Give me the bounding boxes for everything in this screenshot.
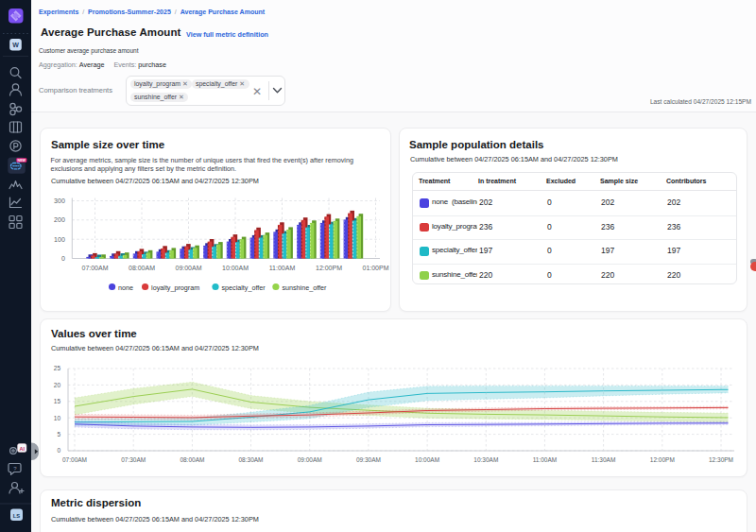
svg-text:08:00AM: 08:00AM bbox=[180, 456, 204, 463]
svg-text:200: 200 bbox=[54, 216, 65, 223]
svg-text:specialty_offer: specialty_offer bbox=[222, 283, 266, 292]
svg-text:100: 100 bbox=[54, 236, 65, 243]
svg-text:07:00AM: 07:00AM bbox=[62, 456, 87, 463]
svg-text:20: 20 bbox=[54, 382, 61, 388]
svg-text:25: 25 bbox=[54, 365, 61, 371]
svg-text:09:30AM: 09:30AM bbox=[356, 456, 381, 463]
svg-text:11:30AM: 11:30AM bbox=[592, 456, 616, 463]
svg-text:11:00AM: 11:00AM bbox=[269, 265, 296, 271]
svg-text:5: 5 bbox=[57, 431, 60, 438]
svg-text:12:30PM: 12:30PM bbox=[709, 456, 733, 463]
svg-text:10:30AM: 10:30AM bbox=[473, 456, 498, 463]
svg-text:12:00PM: 12:00PM bbox=[650, 456, 675, 463]
svg-text:15: 15 bbox=[54, 398, 61, 404]
svg-text:sunshine_offer: sunshine_offer bbox=[282, 283, 327, 292]
svg-text:W: W bbox=[12, 42, 19, 48]
svg-text:10: 10 bbox=[54, 415, 61, 421]
svg-text:08:00AM: 08:00AM bbox=[129, 265, 155, 271]
svg-text:0: 0 bbox=[61, 255, 65, 262]
svg-text:07:30AM: 07:30AM bbox=[121, 456, 146, 463]
svg-text:10:00AM: 10:00AM bbox=[415, 456, 439, 463]
svg-text:LS: LS bbox=[13, 513, 21, 519]
svg-text:NEW: NEW bbox=[18, 159, 26, 163]
svg-text:none: none bbox=[118, 283, 133, 292]
svg-text:0: 0 bbox=[57, 447, 60, 454]
svg-text:300: 300 bbox=[54, 197, 65, 204]
svg-text:09:00AM: 09:00AM bbox=[298, 456, 322, 463]
svg-text:10:00AM: 10:00AM bbox=[222, 265, 249, 271]
svg-text:09:00AM: 09:00AM bbox=[175, 265, 201, 271]
svg-text:08:30AM: 08:30AM bbox=[238, 456, 263, 463]
svg-text:07:00AM: 07:00AM bbox=[81, 265, 108, 271]
svg-text:11:00AM: 11:00AM bbox=[533, 456, 558, 463]
svg-text:12:00PM: 12:00PM bbox=[316, 265, 342, 271]
svg-text:AI: AI bbox=[19, 446, 25, 452]
svg-text:01:00PM: 01:00PM bbox=[362, 265, 388, 271]
svg-text:loyalty_program: loyalty_program bbox=[151, 283, 199, 292]
